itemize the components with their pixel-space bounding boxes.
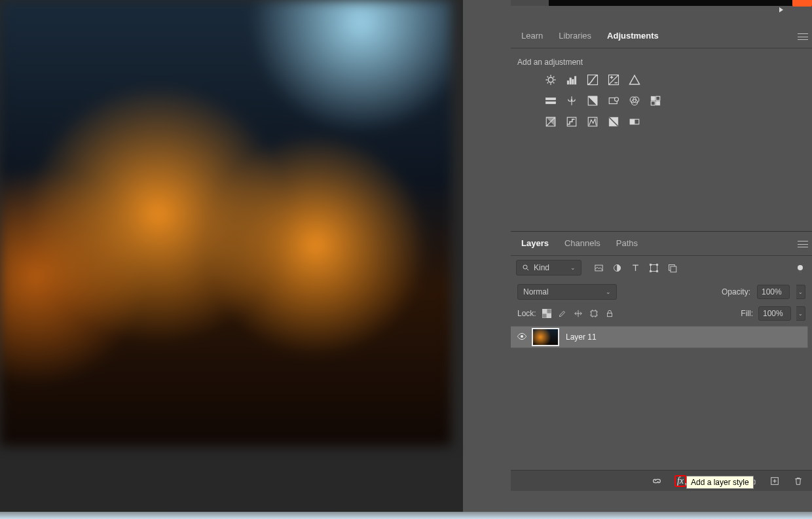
gradient-map-icon[interactable] <box>627 115 642 128</box>
filter-smart-icon[interactable] <box>667 262 677 273</box>
layers-footer: fx ▾ Add a layer style <box>511 470 812 491</box>
adjustments-tabs: Learn Libraries Adjustments <box>511 24 812 48</box>
svg-rect-17 <box>651 101 655 105</box>
opacity-value: 100% <box>762 287 782 296</box>
play-icon[interactable] <box>779 7 783 12</box>
tooltip: Add a layer style <box>686 476 754 489</box>
fill-caret[interactable]: ⌄ <box>796 306 805 321</box>
svg-rect-34 <box>671 266 676 272</box>
svg-rect-7 <box>546 98 556 100</box>
lock-position-icon[interactable] <box>573 308 583 319</box>
adjustments-panel: Learn Libraries Adjustments Add an adjus… <box>511 24 812 231</box>
svg-rect-16 <box>656 96 660 100</box>
tab-learn[interactable]: Learn <box>513 24 551 48</box>
svg-rect-29 <box>650 264 652 266</box>
layer-list: Layer 11 <box>511 323 812 348</box>
lock-label: Lock: <box>517 309 536 318</box>
document-image <box>0 0 451 446</box>
channel-mixer-icon[interactable] <box>627 94 642 107</box>
navigator-thumb[interactable] <box>549 0 812 6</box>
filter-pixel-icon[interactable] <box>593 262 604 273</box>
tab-channels[interactable]: Channels <box>557 232 608 255</box>
filter-shape-icon[interactable] <box>648 262 659 273</box>
opacity-caret[interactable]: ⌄ <box>796 285 805 299</box>
hue-sat-icon[interactable] <box>544 94 558 107</box>
svg-rect-8 <box>546 102 556 104</box>
posterize-icon[interactable] <box>564 115 579 128</box>
panel-menu-icon[interactable] <box>798 33 808 40</box>
color-balance-icon[interactable] <box>564 94 579 107</box>
lock-all-icon[interactable] <box>604 308 615 319</box>
threshold-icon[interactable] <box>585 115 600 128</box>
vibrance-icon[interactable] <box>627 73 642 86</box>
new-layer-icon[interactable] <box>769 475 781 487</box>
opacity-input[interactable]: 100% <box>757 285 790 299</box>
lock-paint-icon[interactable] <box>557 308 568 319</box>
levels-icon[interactable] <box>564 73 579 86</box>
filter-adjustment-icon[interactable] <box>612 262 622 273</box>
svg-rect-38 <box>542 313 547 318</box>
selective-color-icon[interactable] <box>606 115 621 128</box>
layers-panel: Layers Channels Paths Kind ⌄ Normal <box>511 231 812 491</box>
svg-rect-32 <box>656 270 658 272</box>
opacity-label: Opacity: <box>722 287 750 296</box>
svg-rect-35 <box>542 309 547 313</box>
taskbar[interactable] <box>0 512 812 519</box>
svg-point-11 <box>615 98 619 101</box>
exposure-icon[interactable] <box>606 73 621 86</box>
svg-rect-3 <box>572 79 574 84</box>
canvas-area[interactable] <box>0 0 463 512</box>
color-lookup-icon[interactable] <box>648 94 663 107</box>
chevron-down-icon: ⌄ <box>570 264 576 271</box>
panel-menu-icon[interactable] <box>798 241 808 247</box>
layer-name[interactable]: Layer 11 <box>566 332 597 342</box>
blend-mode-select[interactable]: Normal ⌄ <box>517 284 617 300</box>
lock-artboard-icon[interactable] <box>589 308 599 319</box>
blend-mode-value: Normal <box>523 287 549 296</box>
lock-transparency-icon[interactable] <box>542 308 552 319</box>
layer-filter-row: Kind ⌄ <box>511 256 812 280</box>
svg-rect-31 <box>650 270 652 272</box>
fill-label: Fill: <box>741 309 753 318</box>
tab-paths[interactable]: Paths <box>608 232 646 255</box>
invert-icon[interactable] <box>544 115 558 128</box>
navigator-strip <box>511 0 812 6</box>
filter-kind-label: Kind <box>534 263 549 272</box>
adjustments-hint: Add an adjustment <box>517 58 805 67</box>
tab-adjustments[interactable]: Adjustments <box>599 24 667 48</box>
filter-type-icon[interactable] <box>630 262 640 273</box>
svg-rect-30 <box>656 264 658 266</box>
tab-libraries[interactable]: Libraries <box>551 24 599 48</box>
layers-tabs: Layers Channels Paths <box>511 232 812 256</box>
svg-rect-15 <box>651 96 655 100</box>
svg-rect-39 <box>591 311 597 316</box>
svg-rect-40 <box>607 313 612 316</box>
svg-rect-4 <box>575 77 576 84</box>
svg-point-25 <box>523 265 527 269</box>
svg-rect-1 <box>567 81 568 84</box>
search-icon <box>522 264 530 272</box>
svg-rect-2 <box>570 78 571 84</box>
brightness-contrast-icon[interactable] <box>544 73 558 86</box>
chevron-down-icon: ⌄ <box>606 289 611 295</box>
svg-rect-36 <box>547 313 551 318</box>
svg-rect-24 <box>630 119 635 124</box>
visibility-icon[interactable] <box>515 331 529 344</box>
filter-kind-select[interactable]: Kind ⌄ <box>516 260 581 276</box>
bw-icon[interactable] <box>585 94 600 107</box>
layer-row[interactable]: Layer 11 <box>511 326 808 348</box>
link-layers-icon[interactable] <box>651 475 663 487</box>
svg-point-0 <box>548 77 553 82</box>
svg-rect-37 <box>547 309 551 313</box>
fill-value: 100% <box>763 309 783 318</box>
layer-thumbnail[interactable] <box>532 328 559 346</box>
fill-input[interactable]: 100% <box>758 306 791 321</box>
filter-toggle[interactable] <box>798 265 803 270</box>
photo-filter-icon[interactable] <box>606 94 621 107</box>
curves-icon[interactable] <box>585 73 600 86</box>
tab-layers[interactable]: Layers <box>513 232 557 255</box>
fx-icon: fx <box>677 476 684 486</box>
svg-rect-18 <box>656 101 660 105</box>
delete-layer-icon[interactable] <box>792 475 804 487</box>
add-layer-style-button[interactable]: fx ▾ <box>674 475 686 487</box>
